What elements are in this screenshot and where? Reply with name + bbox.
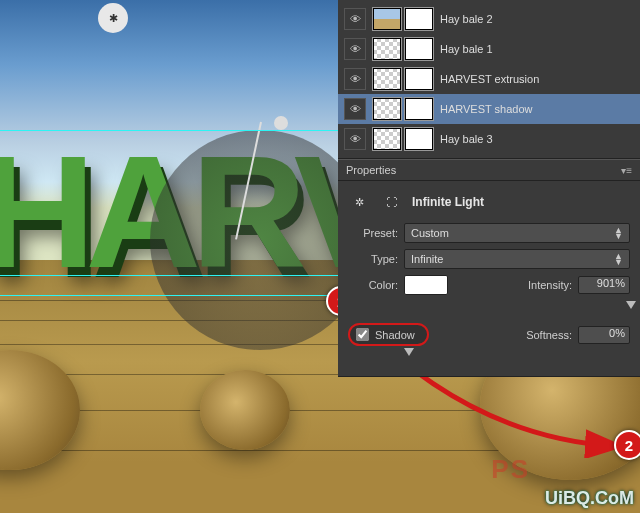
layer-row[interactable]: 👁 Hay bale 1 <box>338 34 640 64</box>
type-select[interactable]: Infinite ▲▼ <box>404 249 630 269</box>
slider-thumb[interactable] <box>626 301 636 309</box>
coordinates-icon[interactable]: ⛶ <box>380 191 402 213</box>
layers-panel: 👁 Hay bale 2 👁 Hay bale 1 👁 HARVEST extr… <box>338 0 640 159</box>
select-arrows-icon: ▲▼ <box>614 253 623 265</box>
color-swatch[interactable] <box>404 275 448 295</box>
select-arrows-icon: ▲▼ <box>614 227 623 239</box>
layer-thumbnail[interactable] <box>372 127 402 151</box>
shadow-label[interactable]: Shadow <box>375 329 415 341</box>
layer-row-selected[interactable]: 👁 HARVEST shadow <box>338 94 640 124</box>
visibility-toggle[interactable]: 👁 <box>344 8 366 30</box>
eye-icon: 👁 <box>350 133 361 145</box>
layer-name[interactable]: HARVEST extrusion <box>440 73 634 85</box>
intensity-slider[interactable] <box>404 301 626 315</box>
layer-mask-thumbnail[interactable] <box>404 37 434 61</box>
layer-thumbnail[interactable] <box>372 97 402 121</box>
layer-row[interactable]: 👁 HARVEST extrusion <box>338 64 640 94</box>
layer-name[interactable]: Hay bale 3 <box>440 133 634 145</box>
softness-label: Softness: <box>526 329 572 341</box>
callout-2: 2 <box>614 430 640 460</box>
color-label: Color: <box>348 279 398 291</box>
eye-icon: 👁 <box>350 13 361 25</box>
preset-label: Preset: <box>348 227 398 239</box>
light-properties-icon[interactable]: ✲ <box>348 191 370 213</box>
properties-subtitle: Infinite Light <box>412 195 484 209</box>
eye-icon: 👁 <box>350 103 361 115</box>
watermark-site: UiBQ.CoM <box>545 488 634 509</box>
layer-mask-thumbnail[interactable] <box>404 127 434 151</box>
layer-mask-thumbnail[interactable] <box>404 97 434 121</box>
3d-mode-tool-button[interactable]: ✱ <box>98 3 128 33</box>
type-value: Infinite <box>411 253 443 265</box>
type-label: Type: <box>348 253 398 265</box>
layer-name[interactable]: Hay bale 2 <box>440 13 634 25</box>
softness-slider[interactable] <box>404 348 626 362</box>
visibility-toggle[interactable]: 👁 <box>344 38 366 60</box>
shadow-checkbox[interactable] <box>356 328 369 341</box>
layer-mask-thumbnail[interactable] <box>404 7 434 31</box>
shadow-checkbox-highlight: Shadow <box>348 323 429 346</box>
panel-menu-icon[interactable]: ▾≡ <box>621 165 632 176</box>
hay-bale <box>200 370 290 450</box>
light-icon: ✱ <box>109 12 118 25</box>
visibility-toggle[interactable]: 👁 <box>344 128 366 150</box>
layer-row[interactable]: 👁 Hay bale 2 <box>338 4 640 34</box>
properties-panel-header[interactable]: Properties ▾≡ <box>338 159 640 181</box>
panels-dock: 👁 Hay bale 2 👁 Hay bale 1 👁 HARVEST extr… <box>338 0 640 377</box>
eye-icon: 👁 <box>350 43 361 55</box>
layer-thumbnail[interactable] <box>372 7 402 31</box>
layer-thumbnail[interactable] <box>372 37 402 61</box>
layer-mask-thumbnail[interactable] <box>404 67 434 91</box>
preset-select[interactable]: Custom ▲▼ <box>404 223 630 243</box>
visibility-toggle[interactable]: 👁 <box>344 68 366 90</box>
watermark-ps: PS <box>491 454 530 485</box>
properties-panel-title: Properties <box>346 164 396 176</box>
eye-icon: 👁 <box>350 73 361 85</box>
layer-name[interactable]: HARVEST shadow <box>440 103 634 115</box>
layer-name[interactable]: Hay bale 1 <box>440 43 634 55</box>
light-handle[interactable] <box>274 116 288 130</box>
slider-thumb[interactable] <box>404 348 414 356</box>
properties-panel: ✲ ⛶ Infinite Light Preset: Custom ▲▼ Typ… <box>338 181 640 377</box>
intensity-label: Intensity: <box>528 279 572 291</box>
preset-value: Custom <box>411 227 449 239</box>
softness-input[interactable]: 0% <box>578 326 630 344</box>
layer-thumbnail[interactable] <box>372 67 402 91</box>
intensity-input[interactable]: 901% <box>578 276 630 294</box>
layer-row[interactable]: 👁 Hay bale 3 <box>338 124 640 154</box>
visibility-toggle[interactable]: 👁 <box>344 98 366 120</box>
light-gizmo[interactable] <box>150 130 370 350</box>
